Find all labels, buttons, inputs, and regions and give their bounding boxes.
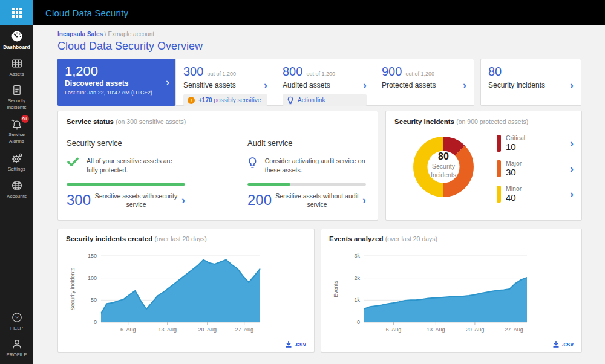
audit-service-title: Audit service	[247, 138, 366, 148]
help-icon: ?	[11, 311, 23, 323]
sidebar-item-accounts[interactable]: Accounts	[0, 180, 33, 200]
legend-row-critical[interactable]: Critical 10	[497, 134, 574, 152]
audit-progress-track	[247, 183, 366, 186]
audit-progress-fill	[247, 183, 290, 186]
chevron-right-icon[interactable]	[463, 80, 466, 91]
incidents-area-chart: 0501001506. Aug13. Aug20. Aug27. AugSecu…	[66, 247, 306, 338]
sidebar-item-help[interactable]: ? HELP	[0, 311, 33, 331]
svg-text:13. Aug: 13. Aug	[158, 327, 177, 333]
badge-text: possibly sensitive	[214, 97, 261, 103]
discovered-label: Discovered assets	[65, 79, 168, 88]
possibly-sensitive-badge[interactable]: +170 possibly sensitive	[183, 94, 267, 106]
csv-download-link[interactable]: .csv	[552, 340, 574, 348]
protected-assets-card[interactable]: 900 out of 1,200 Protected assets	[374, 59, 474, 105]
download-icon	[552, 340, 560, 348]
events-area-chart: 01k2k3k6. Aug13. Aug20. Aug27. AugEvents	[329, 247, 572, 338]
sidebar-item-dashboard[interactable]: Dashboard	[0, 30, 33, 51]
chart-title-text: Security incidents created	[66, 235, 152, 242]
security-service-count-label: Sensitive assets with security service	[91, 192, 182, 209]
discovered-assets-card[interactable]: 1,200 Discovered assets Last run: Jan 22…	[57, 59, 175, 106]
audited-value: 800	[283, 65, 302, 79]
chevron-right-icon[interactable]	[264, 80, 267, 91]
accounts-globe-icon	[11, 180, 23, 192]
csv-download-link[interactable]: .csv	[285, 340, 306, 348]
stats-row: 1,200 Discovered assets Last run: Jan 22…	[57, 59, 582, 106]
incidents-chart-title: Security incidents created (over last 20…	[66, 235, 306, 242]
svg-text:13. Aug: 13. Aug	[427, 327, 445, 333]
asset-cards-group: 300 out of 1,200 Sensitive assets +170 p…	[175, 59, 474, 106]
critical-swatch	[497, 135, 501, 152]
incidents-legend: Critical 10 Major 30 Minor	[497, 134, 574, 210]
security-progress-track	[67, 183, 185, 186]
breadcrumb-account-link[interactable]: Incapsula Sales	[57, 31, 103, 37]
sidebar-item-label: Accounts	[7, 193, 27, 200]
chevron-right-icon[interactable]	[570, 189, 574, 200]
action-link[interactable]: Action link	[283, 94, 367, 106]
sensitive-label: Sensitive assets	[183, 81, 236, 89]
incidents-subtitle: (on 900 protected assets)	[456, 118, 528, 125]
sidebar-item-label: Security Incidents	[4, 98, 30, 111]
alarm-count-badge: 9+	[21, 115, 29, 123]
sidebar-item-settings[interactable]: Settings	[0, 152, 33, 172]
svg-text:100: 100	[88, 275, 97, 281]
sensitive-qualifier: out of 1,200	[207, 71, 236, 77]
sensitive-assets-card[interactable]: 300 out of 1,200 Sensitive assets +170 p…	[176, 59, 275, 105]
audit-service-message: Consider activating audit service on the…	[265, 157, 366, 178]
legend-row-major[interactable]: Major 30	[497, 160, 574, 177]
lightbulb-icon	[287, 96, 294, 105]
critical-count: 10	[506, 141, 570, 152]
chevron-right-icon[interactable]	[570, 80, 574, 91]
breadcrumb-current: Exmaple account	[108, 31, 154, 37]
discovered-value: 1,200	[65, 63, 168, 79]
sidebar-item-label: Assets	[9, 71, 24, 77]
sidebar-item-assets[interactable]: Assets	[0, 57, 33, 77]
svg-text:27. Aug: 27. Aug	[235, 327, 253, 333]
chevron-right-icon[interactable]	[570, 163, 574, 174]
legend-row-minor[interactable]: Minor 40	[497, 185, 574, 203]
chevron-right-icon[interactable]	[363, 80, 367, 91]
chevron-right-icon[interactable]	[570, 138, 574, 149]
major-swatch	[497, 160, 501, 177]
check-icon	[67, 157, 79, 167]
svg-text:50: 50	[91, 297, 97, 303]
svg-text:Security incidents: Security incidents	[70, 267, 76, 310]
audit-service-column: Audit service Consider activating audit …	[247, 138, 366, 209]
incidents-header: Security incidents (on 900 protected ass…	[386, 111, 581, 125]
incidents-donut-chart: 80 Security Incidents	[410, 133, 477, 201]
download-icon	[285, 340, 292, 348]
major-label: Major	[506, 160, 570, 167]
audit-service-count: 200	[247, 192, 272, 209]
events-analyzed-panel: Events analyzed (over last 20 days) 01k2…	[321, 229, 582, 353]
svg-text:20. Aug: 20. Aug	[466, 327, 485, 333]
svg-text:20. Aug: 20. Aug	[198, 327, 217, 333]
audited-assets-card[interactable]: 800 out of 1,200 Audited assets Action l…	[275, 59, 374, 105]
security-incidents-card[interactable]: 80 Security incidents	[480, 59, 581, 106]
sidebar: Dashboard Assets Security Incidents 9+ S…	[0, 25, 33, 364]
app-grid-icon	[12, 8, 22, 18]
main-content: Incapsula Sales \ Exmaple account Cloud …	[33, 25, 605, 364]
page-title: Cloud Data Security Overview	[57, 40, 582, 53]
svg-text:3k: 3k	[354, 253, 360, 259]
chevron-right-icon[interactable]	[166, 76, 169, 89]
breadcrumb: Incapsula Sales \ Exmaple account	[57, 31, 582, 37]
divider	[386, 131, 581, 131]
svg-text:?: ?	[15, 314, 18, 321]
app-launcher-button[interactable]	[0, 0, 33, 25]
sidebar-item-service-alarms[interactable]: 9+ Service Alarms	[0, 118, 33, 145]
protected-qualifier: out of 1,200	[405, 71, 434, 77]
chevron-right-icon[interactable]	[362, 195, 366, 206]
sidebar-item-security-incidents[interactable]: Security Incidents	[0, 84, 33, 111]
security-incidents-panel: Security incidents (on 900 protected ass…	[385, 111, 582, 221]
assets-table-icon	[11, 57, 23, 70]
settings-gear-icon	[11, 152, 23, 164]
events-chart-title: Events analyzed (over last 20 days)	[329, 235, 574, 242]
chevron-right-icon[interactable]	[182, 195, 185, 206]
svg-text:2k: 2k	[354, 275, 360, 281]
sidebar-item-profile[interactable]: PROFILE	[0, 338, 33, 358]
csv-label: .csv	[562, 341, 574, 348]
incidents-title: Security incidents	[394, 118, 454, 125]
major-count: 30	[506, 167, 570, 177]
minor-count: 40	[506, 192, 570, 203]
app-title: Cloud Data Security	[45, 8, 128, 18]
svg-text:6. Aug: 6. Aug	[120, 327, 136, 333]
